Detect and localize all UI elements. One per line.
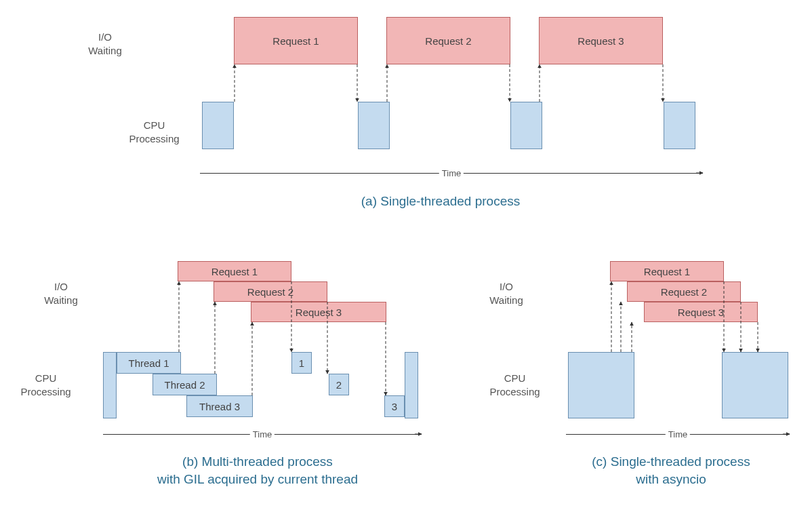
a-request-2-label: Request 2 xyxy=(425,35,471,47)
a-request-3-label: Request 3 xyxy=(577,35,624,47)
a-io-label: I/O Waiting xyxy=(81,31,129,57)
b-return-1-label: 1 xyxy=(299,357,304,369)
b-time-label: Time xyxy=(250,429,275,439)
c-request-1: Request 1 xyxy=(610,261,724,281)
b-caption-2: with GIL acquired by current thread xyxy=(115,472,400,487)
a-request-3: Request 3 xyxy=(539,17,663,64)
c-request-1-label: Request 1 xyxy=(644,266,690,277)
b-time-axis: Time xyxy=(103,434,422,435)
b-return-1: 1 xyxy=(291,352,312,374)
threading-diagram: I/O Waiting CPU Processing Request 1 Req… xyxy=(0,0,812,510)
b-thread-2: Thread 2 xyxy=(153,374,217,395)
c-io-label: I/O Waiting xyxy=(483,280,530,307)
a-request-2: Request 2 xyxy=(386,17,510,64)
c-time-label: Time xyxy=(666,429,690,439)
b-request-3-label: Request 3 xyxy=(296,307,342,318)
a-cpu-0 xyxy=(202,102,234,149)
a-request-1-label: Request 1 xyxy=(272,35,319,47)
a-cpu-label: CPU Processing xyxy=(122,119,186,145)
b-request-2-label: Request 2 xyxy=(247,286,293,298)
b-return-3-label: 3 xyxy=(392,401,397,412)
b-cpu-start xyxy=(103,352,117,418)
c-cpu-1 xyxy=(722,352,788,418)
b-cpu-label: CPU Processing xyxy=(14,372,78,398)
c-time-axis: Time xyxy=(566,434,790,435)
b-caption-1: (b) Multi-threaded process xyxy=(115,454,400,469)
c-request-2-label: Request 2 xyxy=(661,286,707,298)
b-return-3: 3 xyxy=(384,395,405,417)
b-return-2: 2 xyxy=(329,374,349,395)
c-request-2: Request 2 xyxy=(627,281,741,302)
b-thread-1: Thread 1 xyxy=(117,352,181,374)
a-cpu-1 xyxy=(358,102,390,149)
a-caption: (a) Single-threaded process xyxy=(319,194,563,209)
b-cpu-end xyxy=(405,352,418,418)
b-return-2-label: 2 xyxy=(336,379,342,391)
a-cpu-3 xyxy=(664,102,695,149)
c-caption-1: (c) Single-threaded process xyxy=(549,454,793,469)
b-io-label: I/O Waiting xyxy=(37,280,85,307)
b-thread-3: Thread 3 xyxy=(186,395,253,417)
b-request-2: Request 2 xyxy=(214,281,327,302)
c-request-3-label: Request 3 xyxy=(678,307,724,318)
b-request-3: Request 3 xyxy=(251,302,386,322)
a-request-1: Request 1 xyxy=(234,17,358,64)
c-request-3: Request 3 xyxy=(644,302,758,322)
a-time-axis: Time xyxy=(200,173,703,174)
c-caption-2: with asyncio xyxy=(549,472,793,487)
b-thread-2-label: Thread 2 xyxy=(164,379,205,391)
b-thread-3-label: Thread 3 xyxy=(199,401,240,412)
c-cpu-label: CPU Processing xyxy=(483,372,547,398)
a-time-label: Time xyxy=(439,168,464,178)
c-cpu-0 xyxy=(568,352,634,418)
a-cpu-2 xyxy=(510,102,542,149)
b-thread-1-label: Thread 1 xyxy=(128,357,169,369)
b-request-1-label: Request 1 xyxy=(211,266,258,277)
b-request-1: Request 1 xyxy=(178,261,291,281)
